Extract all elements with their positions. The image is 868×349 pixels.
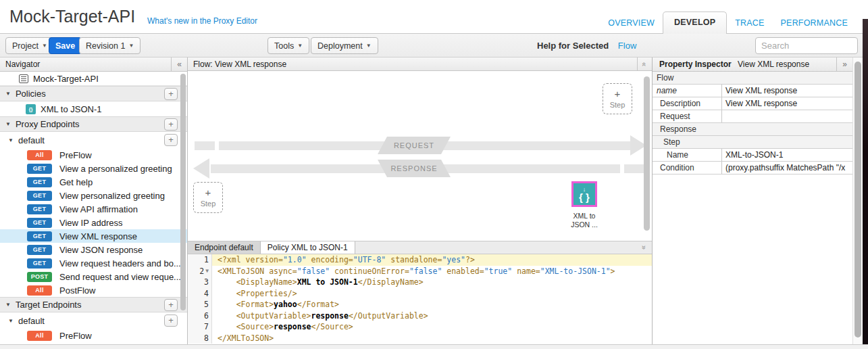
save-button[interactable]: Save [49, 37, 82, 54]
inspector-field-row[interactable]: DescriptionView XML response [653, 97, 852, 110]
response-lane-label: RESPONSE [378, 160, 451, 177]
nav-target-default-group[interactable]: ▼ default + [0, 312, 187, 329]
nav-item-api-proxy[interactable]: Mock-Target-API [0, 72, 187, 86]
property-value[interactable]: (proxy.pathsuffix MatchesPath "/x [721, 162, 852, 174]
inspector-field-row[interactable]: Request [653, 110, 852, 123]
inspector-field-row[interactable]: NameXML-to-JSON-1 [653, 149, 852, 162]
nav-flow-item[interactable]: GETView request headers and bo... [0, 256, 187, 270]
search-input[interactable] [755, 37, 858, 54]
nav-flow-item[interactable]: GETView a personalized greeting [0, 162, 187, 175]
code-line[interactable]: 2▼<XMLToJSON async="false" continueOnErr… [188, 266, 652, 277]
flow-canvas-scrollbar[interactable] [644, 76, 650, 235]
tab-develop[interactable]: DEVELOP [663, 11, 727, 34]
nav-flow-item[interactable]: GETView API affirmation [0, 202, 187, 216]
nav-flow-item[interactable]: AllPostFlow [0, 283, 187, 297]
deployment-menu-button[interactable]: Deployment ▼ [311, 37, 378, 54]
flow-panel-title: Flow: View XML response [193, 60, 286, 69]
help-for-selected: Help for Selected Flow [537, 41, 636, 51]
code-line[interactable]: 6 <OutputVariable>response</OutputVariab… [188, 310, 652, 322]
help-flow-link[interactable]: Flow [618, 41, 636, 51]
triangle-icon: ▼ [5, 91, 11, 97]
scrollbar-thumb[interactable] [180, 74, 186, 310]
page-scrollbar[interactable] [852, 57, 863, 344]
inspector-field-row[interactable]: nameView XML response [653, 85, 852, 97]
app-header: Mock-Target-API What's new in the Proxy … [0, 0, 868, 34]
flow-editor-column: Flow: View XML response « + Step REQUEST… [188, 57, 652, 344]
code-line[interactable]: 5 <Format>yahoo</Format> [188, 299, 652, 310]
line-number: 4 [188, 288, 212, 300]
code-editor[interactable]: 1<?xml version="1.0" encoding="UTF-8" st… [188, 254, 652, 344]
code-line[interactable]: 4 <Properties/> [188, 288, 652, 300]
nav-flow-item[interactable]: GETView personalized greeting [0, 189, 187, 202]
navigator-scrollbar[interactable] [180, 74, 186, 325]
inspector-section-row[interactable]: Step [653, 136, 852, 149]
property-value[interactable]: View XML response [721, 85, 852, 97]
navigator-header: Navigator « [0, 57, 187, 72]
add-target-flow-button[interactable]: + [164, 315, 178, 327]
code-text: <Format>yahoo</Format> [212, 299, 652, 310]
nav-item-policy[interactable]: {} XML to JSON-1 [0, 101, 187, 116]
editor-collapse-button[interactable]: « [637, 241, 649, 254]
nav-section-proxy-endpoints[interactable]: ▼ Proxy Endpoints + [0, 116, 187, 132]
whats-new-link[interactable]: What's new in the Proxy Editor [147, 16, 257, 26]
inspector-expand-button[interactable]: » [836, 57, 852, 71]
inspector-section-row[interactable]: Response [653, 123, 852, 136]
scrollbar-thumb[interactable] [644, 76, 650, 231]
fold-arrow-icon[interactable]: ▼ [205, 266, 209, 277]
nav-flow-item[interactable]: AllPreFlow [0, 329, 187, 342]
triangle-icon: ▼ [8, 318, 14, 324]
flow-label: View request headers and bo... [59, 258, 181, 269]
nav-flow-item[interactable]: GETView JSON response [0, 243, 187, 256]
code-text: <DisplayName>XML to JSON-1</DisplayName> [212, 277, 652, 288]
add-proxy-flow-button[interactable]: + [164, 134, 178, 146]
navigator-collapse-icon[interactable]: « [171, 57, 187, 71]
code-editor-tabbar: Endpoint default Policy XML to JSON-1 « [188, 241, 652, 254]
nav-proxy-default-group[interactable]: ▼ default + [0, 132, 187, 148]
request-lane-label: REQUEST [378, 137, 451, 154]
add-proxy-endpoint-button[interactable]: + [164, 118, 178, 131]
code-line[interactable]: 1<?xml version="1.0" encoding="UTF-8" st… [188, 254, 652, 266]
tools-menu-button[interactable]: Tools ▼ [267, 37, 309, 54]
revision-menu-button[interactable]: Revision 1 ▼ [79, 37, 141, 54]
proxy-flow-list: AllPreFlowGETView a personalized greetin… [0, 148, 187, 297]
code-line[interactable]: 7 <Source>response</Source> [188, 321, 652, 333]
property-label: Flow [653, 72, 852, 84]
property-value[interactable] [721, 110, 852, 122]
property-value[interactable]: XML-to-JSON-1 [721, 149, 852, 161]
nav-flow-item[interactable]: GETGet help [0, 175, 187, 189]
deployment-label: Deployment [317, 41, 363, 51]
triangle-icon: ▼ [8, 137, 14, 143]
flow-collapse-button[interactable]: « [637, 57, 652, 70]
navigator-title: Navigator [5, 60, 40, 69]
tab-performance[interactable]: PERFORMANCE [773, 13, 856, 34]
line-number: 8 [188, 333, 212, 344]
flow-label: View a personalized greeting [59, 164, 172, 174]
plus-icon: + [615, 89, 621, 99]
inspector-field-row[interactable]: Condition(proxy.pathsuffix MatchesPath "… [653, 162, 852, 174]
property-value[interactable]: View XML response [721, 97, 852, 110]
nav-flow-item[interactable]: AllPreFlow [0, 148, 187, 162]
method-badge: All [27, 150, 52, 160]
nav-flow-item[interactable]: GETView XML response [0, 229, 187, 243]
xml-to-json-policy-node[interactable]: ↓ { } XML to JSON ... [567, 181, 602, 229]
code-line[interactable]: 3 <DisplayName>XML to JSON-1</DisplayNam… [188, 277, 652, 288]
nav-flow-item[interactable]: GETView IP address [0, 216, 187, 229]
tab-overview[interactable]: OVERVIEW [600, 13, 663, 34]
add-step-response-button[interactable]: + Step [193, 182, 223, 213]
inspector-section-row[interactable]: Flow [653, 72, 852, 85]
add-target-endpoint-button[interactable]: + [164, 299, 178, 311]
nav-section-target-endpoints[interactable]: ▼ Target Endpoints + [0, 297, 187, 312]
tab-policy-xml-to-json[interactable]: Policy XML to JSON-1 [261, 241, 355, 254]
add-step-request-button[interactable]: + Step [603, 83, 632, 114]
main-tabs: OVERVIEW DEVELOP TRACE PERFORMANCE [600, 12, 856, 34]
code-line[interactable]: 8</XMLToJSON> [188, 333, 652, 344]
tab-trace[interactable]: TRACE [727, 13, 772, 34]
chevrons-up-icon: « [641, 62, 649, 66]
tab-endpoint-default[interactable]: Endpoint default [188, 241, 261, 254]
nav-section-policies[interactable]: ▼ Policies + [0, 86, 187, 101]
nav-flow-item[interactable]: POSTSend request and view reque... [0, 270, 187, 283]
scrollbar-thumb[interactable] [854, 62, 861, 338]
method-badge: GET [27, 218, 52, 228]
add-policy-button[interactable]: + [164, 88, 178, 100]
project-menu-button[interactable]: Project ▼ [5, 37, 54, 54]
